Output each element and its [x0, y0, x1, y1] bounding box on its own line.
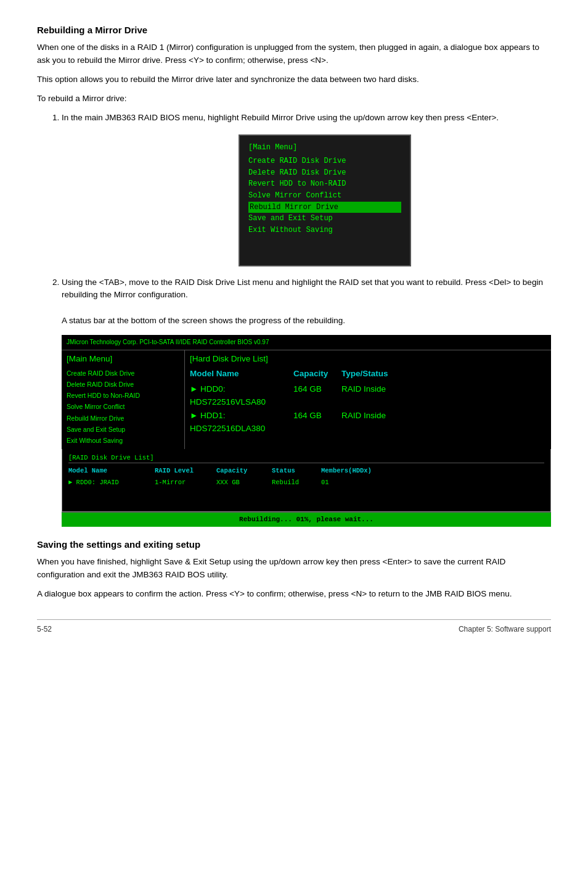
section2-para1: When you have finished, highlight Save &… — [37, 556, 551, 582]
sc-item-7: Exit Without Saving — [67, 435, 179, 446]
section1-title: Rebuilding a Mirror Drive — [37, 25, 551, 35]
raid-col-headers: Model Name RAID Level Capacity Status Me… — [68, 466, 544, 476]
bios-item-7: Exit Without Saving — [248, 225, 401, 236]
sc-item-3: Revert HDD to Non-RAID — [67, 390, 179, 401]
bios-item-5-highlighted: Rebuild Mirror Drive — [248, 202, 401, 213]
raid-row1-name: ► RDD0: JRAID — [68, 477, 155, 487]
bios-item-4: Solve Mirror Conflict — [248, 190, 401, 202]
footer-chapter: Chapter 5: Software support — [459, 625, 551, 633]
raid-col-members: Members(HDDx) — [321, 466, 372, 476]
step2-note: A status bar at the bottom of the screen… — [62, 316, 345, 325]
hdd0-capacity: 164 GB — [293, 383, 337, 409]
steps-list: In the main JMB363 RAID BIOS menu, highl… — [49, 112, 551, 527]
bios-screenshot-header: JMicron Technology Corp. PCI-to-SATA II/… — [62, 335, 551, 350]
sc-item-4: Solve Mirror Conflict — [67, 401, 179, 412]
sc-item-6: Save and Exit Setup — [67, 424, 179, 435]
bios-screenshot-body: [Main Menu] Create RAID Disk Drive Delet… — [62, 350, 551, 449]
raid-row1-capacity: XXX GB — [216, 477, 272, 487]
col-type: Type/Status — [341, 368, 388, 381]
bios-menu-container: [Main Menu] Create RAID Disk Drive Delet… — [99, 134, 551, 266]
hdd-col-headers: Model Name Capacity Type/Status — [190, 368, 546, 381]
raid-list-title: [RAID Disk Drive List] — [68, 453, 544, 463]
section1-para1: When one of the disks in a RAID 1 (Mirro… — [37, 41, 551, 67]
bios-item-2: Delete RAID Disk Drive — [248, 167, 401, 179]
hdd1-capacity: 164 GB — [293, 410, 337, 435]
rebuild-progress-bar: Rebuilding... 01%, please wait... — [62, 512, 551, 527]
raid-col-model: Model Name — [68, 466, 155, 476]
raid-list-section: [RAID Disk Drive List] Model Name RAID L… — [62, 449, 551, 512]
bios-left-panel: [Main Menu] Create RAID Disk Drive Delet… — [62, 350, 185, 449]
sc-item-2: Delete RAID Disk Drive — [67, 379, 179, 390]
bios-menu-title: [Main Menu] — [248, 142, 401, 154]
hdd0-type: RAID Inside — [341, 383, 386, 409]
raid-col-level: RAID Level — [155, 466, 216, 476]
bios-item-3: Revert HDD to Non-RAID — [248, 178, 401, 190]
hdd-row-1: ► HDD0: HDS722516VLSA80 164 GB RAID Insi… — [190, 383, 546, 409]
sc-item-5: Rebuild Mirror Drive — [67, 413, 179, 424]
col-capacity: Capacity — [293, 368, 337, 381]
raid-row1-status: Rebuild — [272, 477, 321, 487]
raid-col-status: Status — [272, 466, 321, 476]
bios-right-panel: [Hard Disk Drive List] Model Name Capaci… — [185, 350, 551, 449]
bios-menu-box: [Main Menu] Create RAID Disk Drive Delet… — [239, 134, 411, 266]
hdd1-name: ► HDD1: HDS722516DLA380 — [190, 410, 288, 435]
bios-right-panel-title: [Hard Disk Drive List] — [190, 353, 546, 366]
hdd1-type: RAID Inside — [341, 410, 386, 435]
hdd0-name: ► HDD0: HDS722516VLSA80 — [190, 383, 288, 409]
section2-title: Saving the settings and exiting setup — [37, 539, 551, 550]
raid-col-capacity: Capacity — [216, 466, 272, 476]
section1-para3: To rebuild a Mirror drive: — [37, 93, 551, 105]
col-model: Model Name — [190, 368, 288, 381]
section2-para2: A dialogue box appears to confirm the ac… — [37, 588, 551, 601]
page-footer: 5-52 Chapter 5: Software support — [37, 619, 551, 633]
raid-row1-level: 1-Mirror — [155, 477, 216, 487]
step2: Using the <TAB>, move to the RAID Disk D… — [62, 276, 551, 527]
bios-screenshot: JMicron Technology Corp. PCI-to-SATA II/… — [62, 335, 551, 527]
sc-item-1: Create RAID Disk Drive — [67, 368, 179, 379]
raid-row1-members: 01 — [321, 477, 329, 487]
section1-para2: This option allows you to rebuild the Mi… — [37, 73, 551, 86]
step1: In the main JMB363 RAID BIOS menu, highl… — [62, 112, 551, 266]
bios-left-panel-title: [Main Menu] — [67, 353, 179, 366]
step1-text: In the main JMB363 RAID BIOS menu, highl… — [62, 113, 499, 122]
step2-text: Using the <TAB>, move to the RAID Disk D… — [62, 278, 543, 300]
footer-page-number: 5-52 — [37, 625, 52, 633]
raid-row-1: ► RDD0: JRAID 1-Mirror XXX GB Rebuild 01 — [68, 477, 544, 487]
hdd-row-2: ► HDD1: HDS722516DLA380 164 GB RAID Insi… — [190, 410, 546, 435]
bios-item-6: Save and Exit Setup — [248, 213, 401, 225]
bios-item-1: Create RAID Disk Drive — [248, 155, 401, 167]
